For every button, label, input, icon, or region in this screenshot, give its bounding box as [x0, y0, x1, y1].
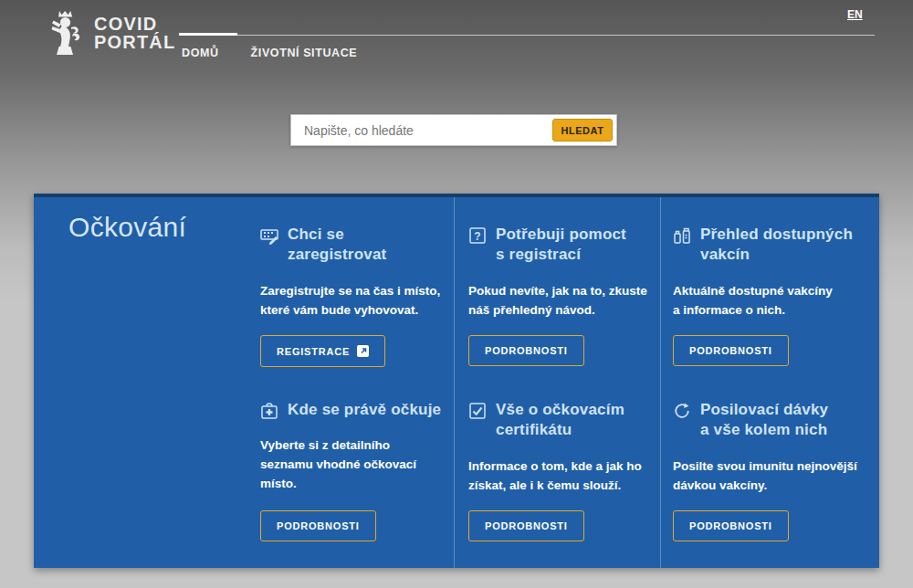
- card-description: Aktuálně dostupné vakcíny a informace o …: [673, 282, 870, 320]
- card-heading: Posilovací dávky a vše kolem nich: [700, 400, 828, 441]
- registration-form-icon: [260, 226, 278, 245]
- site-logo[interactable]: COVID PORTÁL: [49, 10, 175, 56]
- language-switch-en[interactable]: EN: [847, 8, 863, 21]
- column-divider: [660, 197, 661, 568]
- card-description: Vyberte si z detailního seznamu vhodné o…: [260, 436, 447, 494]
- tab-life-situations[interactable]: ŽIVOTNÍ SITUACE: [251, 47, 358, 59]
- booster-refresh-icon: [673, 402, 691, 420]
- column-divider: [454, 197, 455, 568]
- details-button[interactable]: PODROBNOSTI: [468, 510, 584, 541]
- card-description: Pokud nevíte, jak na to, zkuste náš přeh…: [468, 282, 656, 320]
- help-question-icon: ?: [468, 226, 487, 245]
- svg-text:?: ?: [474, 230, 480, 243]
- site-title-line1: COVID: [94, 15, 175, 33]
- certificate-check-icon: [468, 402, 487, 420]
- search-button[interactable]: HLEDAT: [552, 119, 613, 142]
- card-heading: Vše o očkovacím certifikátu: [496, 400, 624, 441]
- vaccination-panel: Očkování Chci se zaregistrovat Zaregistr…: [34, 194, 879, 568]
- card-booster-doses: Posilovací dávky a vše kolem nich Posilt…: [673, 400, 870, 546]
- tab-home[interactable]: DOMŮ: [182, 47, 219, 59]
- external-link-icon: [357, 345, 369, 357]
- card-registration-help: ? Potřebuji pomoct s registrací Pokud ne…: [468, 225, 656, 371]
- nav-divider-line: [179, 35, 875, 36]
- active-tab-indicator: [179, 33, 237, 36]
- search-bar: HLEDAT: [290, 114, 617, 146]
- czech-lion-icon: [49, 10, 84, 56]
- details-button[interactable]: PODROBNOSTI: [673, 335, 789, 366]
- main-navigation: DOMŮ ŽIVOTNÍ SITUACE: [182, 47, 357, 59]
- panel-title: Očkování: [68, 212, 186, 243]
- card-heading: Kde se právě očkuje: [288, 400, 441, 420]
- site-title-line2: PORTÁL: [94, 33, 175, 51]
- card-heading: Potřebuji pomoct s registrací: [496, 225, 626, 266]
- registration-button[interactable]: REGISTRACE: [260, 335, 385, 367]
- first-aid-kit-icon: [260, 402, 278, 420]
- vaccine-vials-icon: [673, 226, 691, 245]
- card-where-to-vaccinate: Kde se právě očkuje Vyberte si z detailn…: [260, 400, 447, 546]
- site-title: COVID PORTÁL: [94, 15, 175, 51]
- card-description: Informace o tom, kde a jak ho získat, al…: [468, 457, 656, 496]
- card-heading: Chci se zaregistrovat: [288, 225, 447, 266]
- card-heading: Přehled dostupných vakcín: [700, 225, 853, 266]
- details-button[interactable]: PODROBNOSTI: [673, 510, 789, 541]
- card-description: Posilte svou imunitu nejnovější dávkou v…: [673, 457, 870, 496]
- card-available-vaccines: Přehled dostupných vakcín Aktuálně dostu…: [673, 225, 870, 371]
- details-button[interactable]: PODROBNOSTI: [468, 335, 584, 366]
- card-description: Zaregistrujte se na čas i místo, které v…: [260, 282, 447, 320]
- card-vaccination-certificate: Vše o očkovacím certifikátu Informace o …: [468, 400, 656, 546]
- card-register: Chci se zaregistrovat Zaregistrujte se n…: [260, 225, 447, 371]
- details-button[interactable]: PODROBNOSTI: [260, 510, 376, 541]
